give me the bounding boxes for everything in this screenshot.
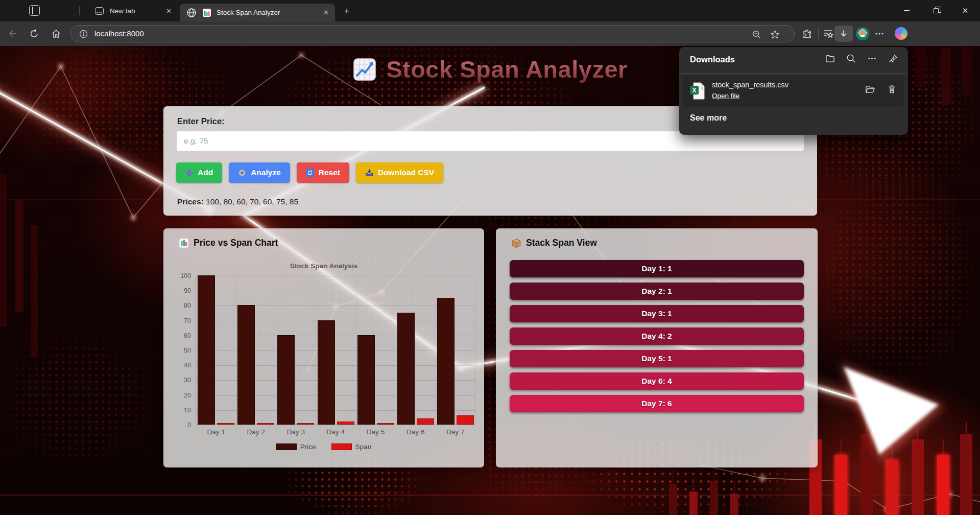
package-icon (511, 238, 521, 248)
y-axis-tick: 10 (168, 407, 191, 414)
y-axis-tick: 30 (168, 377, 191, 384)
see-more-link[interactable]: See more (690, 113, 727, 123)
span-bar (297, 423, 314, 425)
address-bar[interactable]: localhost:8000 (70, 25, 795, 42)
analyze-button[interactable]: Analyze (229, 162, 290, 183)
legend-label: Span (355, 443, 372, 451)
stack-row: Day 1: 1 (510, 260, 804, 277)
gridline (436, 276, 436, 425)
open-file-link[interactable]: Open file (712, 92, 739, 100)
stack-card-header: Stack Span View (511, 238, 597, 248)
download-item-row[interactable]: X a, stock_span_results.csv Open file (683, 76, 904, 107)
gridline (276, 276, 276, 425)
favorites-hub-icon[interactable] (823, 29, 833, 39)
chart-increasing-icon (352, 57, 377, 82)
restore-button[interactable] (924, 0, 948, 21)
y-axis-tick: 0 (168, 422, 191, 429)
span-bar (377, 423, 394, 425)
show-in-folder-icon[interactable] (865, 84, 875, 94)
y-axis-tick: 20 (168, 392, 191, 399)
stack-span-card: Stack Span View Day 1: 1Day 2: 1Day 3: 1… (496, 228, 818, 467)
chart-card: Price vs Span Chart Stock Span Analysis … (163, 228, 484, 467)
stack-row: Day 6: 4 (510, 372, 804, 390)
span-bar (217, 423, 234, 425)
refresh-icon[interactable] (29, 29, 39, 39)
tab-close-icon[interactable]: ✕ (323, 9, 329, 16)
chart-title: Stock Span Analysis (163, 262, 484, 270)
y-axis-tick: 90 (168, 287, 191, 294)
add-button[interactable]: Add (176, 162, 222, 183)
x-axis-label: Day 2 (236, 428, 276, 436)
span-bar (337, 422, 354, 425)
download-csv-button[interactable]: Download CSV (356, 162, 443, 183)
new-tab-page-icon (95, 7, 104, 15)
span-bar (417, 418, 434, 425)
download-filename: stock_span_results.csv (712, 81, 788, 89)
downloads-button[interactable] (834, 26, 853, 42)
new-tab-button[interactable]: + (340, 5, 353, 18)
legend-item: Span (331, 443, 372, 451)
tab-label: Stock Span Analyzer (217, 9, 280, 16)
pin-panel-icon[interactable] (888, 54, 898, 63)
x-axis-label: Day 6 (396, 428, 436, 436)
reset-arrows-icon (306, 169, 314, 177)
downloads-title: Downloads (690, 55, 735, 64)
price-bar (277, 335, 295, 425)
download-arrow-icon (839, 29, 848, 38)
price-bar (237, 305, 255, 425)
divider (818, 28, 819, 39)
span-bar (257, 423, 274, 425)
x-axis-label: Day 7 (436, 428, 475, 436)
y-axis-tick: 60 (168, 332, 191, 339)
price-bar (397, 313, 415, 425)
home-icon[interactable] (51, 29, 61, 39)
divider (79, 6, 80, 15)
price-bar (357, 335, 375, 425)
tab-new-tab[interactable]: New tab ✕ (86, 0, 178, 21)
gridline (475, 276, 476, 425)
price-bar (198, 275, 215, 425)
reset-button[interactable]: Reset (297, 162, 349, 183)
favorite-star-icon[interactable] (770, 30, 780, 39)
globe-icon (186, 8, 197, 18)
stack-rows: Day 1: 1Day 2: 1Day 3: 1Day 4: 2Day 5: 1… (510, 260, 804, 417)
close-button[interactable]: ✕ (953, 0, 977, 21)
settings-more-icon[interactable] (874, 29, 885, 39)
copilot-icon[interactable] (895, 27, 907, 40)
site-info-icon[interactable] (79, 30, 88, 38)
chart-plot-area: 0102030405060708090100Day 1Day 2Day 3Day… (196, 276, 475, 425)
chart-legend: PriceSpan (163, 443, 484, 451)
extensions-icon[interactable] (802, 29, 812, 39)
tab-close-icon[interactable]: ✕ (166, 7, 172, 15)
stack-card-title: Stack Span View (526, 238, 597, 248)
page-title: Stock Span Analyzer (386, 55, 628, 83)
y-axis-tick: 80 (168, 302, 191, 309)
tab-label: New tab (110, 7, 135, 15)
gridline (396, 276, 396, 425)
minimize-button[interactable] (895, 0, 918, 21)
x-axis-label: Day 3 (276, 428, 316, 436)
open-downloads-folder-icon[interactable] (825, 54, 835, 63)
search-downloads-icon[interactable] (846, 54, 856, 63)
tab-stock-span-analyzer[interactable]: Stock Span Analyzer ✕ (180, 4, 335, 21)
more-options-icon[interactable] (867, 54, 877, 63)
chart-card-title: Price vs Span Chart (194, 238, 278, 248)
back-icon[interactable] (7, 29, 17, 39)
gridline (196, 291, 475, 291)
legend-label: Price (300, 443, 316, 451)
profile-avatar[interactable] (856, 27, 869, 40)
svg-text:X: X (692, 87, 696, 94)
prices-line: Prices: 100, 80, 60, 70, 60, 75, 85 (177, 197, 298, 206)
url-text: localhost:8000 (94, 29, 144, 38)
delete-download-icon[interactable] (887, 84, 897, 94)
zoom-out-icon[interactable] (752, 30, 761, 39)
tab-strip: New tab ✕ Stock Span Analyzer ✕ + ✕ (0, 0, 980, 21)
browser-toolbar: localhost:8000 (0, 21, 980, 46)
stack-row: Day 3: 1 (510, 305, 804, 322)
divider (679, 73, 908, 74)
x-axis-label: Day 1 (196, 428, 236, 436)
arrowhead (844, 367, 939, 455)
gridline (236, 276, 236, 425)
tab-layout-icon[interactable] (29, 5, 40, 16)
gridline (316, 276, 316, 425)
